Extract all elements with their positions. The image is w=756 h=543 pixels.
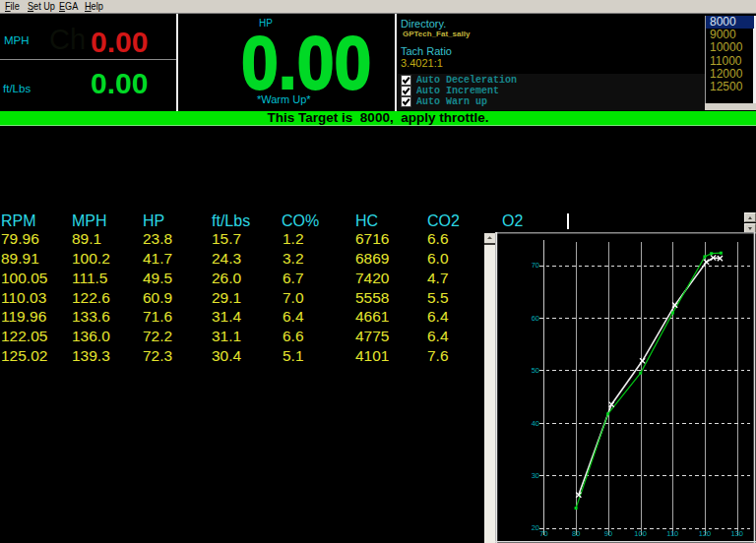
svg-text:120: 120 (699, 529, 712, 538)
svg-text:40: 40 (532, 419, 539, 428)
svg-text:110: 110 (666, 529, 678, 538)
svg-text:130: 130 (730, 529, 743, 538)
svg-text:100: 100 (634, 529, 647, 538)
svg-text:70: 70 (532, 261, 539, 270)
svg-text:90: 90 (604, 529, 612, 538)
svg-text:80: 80 (572, 529, 580, 538)
svg-text:20: 20 (532, 523, 539, 532)
svg-text:70: 70 (539, 529, 547, 538)
svg-text:30: 30 (532, 471, 539, 480)
svg-text:50: 50 (532, 366, 539, 375)
svg-text:60: 60 (532, 314, 539, 323)
